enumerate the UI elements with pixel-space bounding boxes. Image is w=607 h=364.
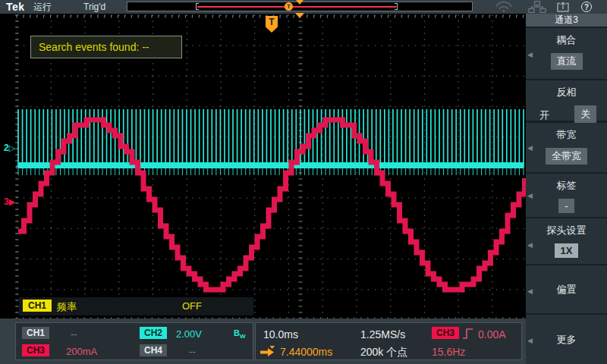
export-icon[interactable] [555,1,571,13]
sample-rate-value: 1.25MS/s [360,328,405,340]
side-menu-channel3: 通道3 ◀ 耦合 直流 反相 开 关 ◀ 带宽 全带宽 ◀ 标签 - ◀ 探头设… [526,14,607,364]
probe-setup-label: 探头设置 [547,224,587,237]
record-view-left-bracket [196,3,199,10]
ch3-marker-label: 3 [4,196,9,207]
wifi-icon [494,1,514,13]
record-view-position-icon [296,0,304,5]
record-view-window-line [197,6,396,8]
tek-logo: Tek [6,0,25,14]
record-view-right-bracket [395,3,398,10]
top-status-bar: Tek 运行 Trig'd T ? [0,0,607,14]
oscilloscope-screen: Tek 运行 Trig'd T ? T Search event [0,0,607,364]
ch2-marker-label: 2 [4,143,9,153]
measurement-source-badge[interactable]: CH1 [23,300,52,312]
invert-label: 反相 [557,86,577,99]
label-value[interactable]: - [558,199,574,213]
ch2-badge[interactable]: CH2 [140,327,167,339]
acquisition-status: 运行 [33,0,52,14]
trigger-frequency-value: 15.6Hz [432,346,465,358]
menu-item-invert[interactable]: 反相 开 关 [526,80,607,121]
menu-item-label[interactable]: ◀ 标签 - [526,174,607,217]
label-label: 标签 [557,179,577,193]
coupling-label: 耦合 [557,33,577,47]
delay-arrow-icon [259,346,276,358]
side-menu-header: 通道3 [526,14,607,27]
chevron-left-icon: ◀ [527,192,533,199]
bandwidth-label: 带宽 [557,128,577,142]
help-icon[interactable]: ? [581,2,592,12]
trigger-slope-icon [462,327,474,340]
menu-item-probe-setup[interactable]: ◀ 探头设置 1X [526,218,607,264]
chevron-left-icon: ◀ [527,241,533,249]
trigger-level-value: 0.00A [478,328,506,340]
measurement-name: 频率 [57,300,77,314]
delay-time-value: 7.44000ms [280,346,332,358]
menu-item-coupling[interactable]: ◀ 耦合 直流 [526,28,607,79]
invert-on-option[interactable]: 开 [539,108,549,122]
record-length-value: 200k 个点 [360,346,407,359]
ch3-marker-arrow-icon: ▶ [9,197,15,206]
menu-item-bandwidth[interactable]: ◀ 带宽 全带宽 [526,123,607,172]
bottom-readout-bar: CH1 -- CH2 2.00V BW CH3 200mA CH4 -- 10.… [0,318,526,364]
menu-item-more[interactable]: ◀ 更多 [526,315,607,364]
chevron-left-icon: ◀ [527,144,533,152]
ch1-badge[interactable]: CH1 [22,327,49,339]
channel-readouts-box: CH1 -- CH2 2.00V BW CH3 200mA CH4 -- [15,322,253,360]
record-view-trigger-icon[interactable]: T [285,2,293,11]
probe-setup-value[interactable]: 1X [555,243,579,258]
ch1-scale-value: -- [71,328,77,340]
coupling-value[interactable]: 直流 [551,53,583,70]
horizontal-trigger-box: 10.0ms 1.25MS/s CH3 0.00A 7.44000ms 200k… [255,322,522,360]
invert-off-option[interactable]: 关 [574,105,596,124]
waveform-display[interactable] [0,14,526,320]
ch3-position-marker[interactable]: 3▶ [4,196,15,207]
measurement-value: OFF [182,300,202,312]
ch2-position-marker[interactable]: 2▷ [4,143,15,153]
ch4-badge[interactable]: CH4 [140,344,167,356]
chevron-left-icon: ◀ [527,51,533,58]
ch3-scale-value: 200mA [66,346,97,357]
ch3-badge[interactable]: CH3 [22,344,49,356]
ch2-bandwidth-icon: BW [234,328,246,340]
trigger-source-badge[interactable]: CH3 [432,327,459,339]
ch2-marker-arrow-icon: ▷ [9,143,15,152]
ch2-scale-value: 2.00V [176,328,202,340]
ch4-scale-value: -- [189,346,196,357]
chevron-left-icon: ◀ [527,287,533,295]
time-scale-value: 10.0ms [263,328,298,340]
menu-item-offset[interactable]: ◀ 偏置 [526,265,607,313]
bandwidth-value[interactable]: 全带宽 [546,148,587,165]
measurement-bar[interactable]: CH1 频率 OFF [19,297,253,315]
chevron-left-icon: ◀ [527,337,533,344]
search-events-banner: Search events found: -- [30,36,182,58]
offset-label: 偏置 [557,283,577,297]
more-label: 更多 [557,333,577,347]
trigger-status: Trig'd [83,0,105,14]
trigger-position-icon[interactable] [295,13,304,18]
network-icon [528,1,546,13]
